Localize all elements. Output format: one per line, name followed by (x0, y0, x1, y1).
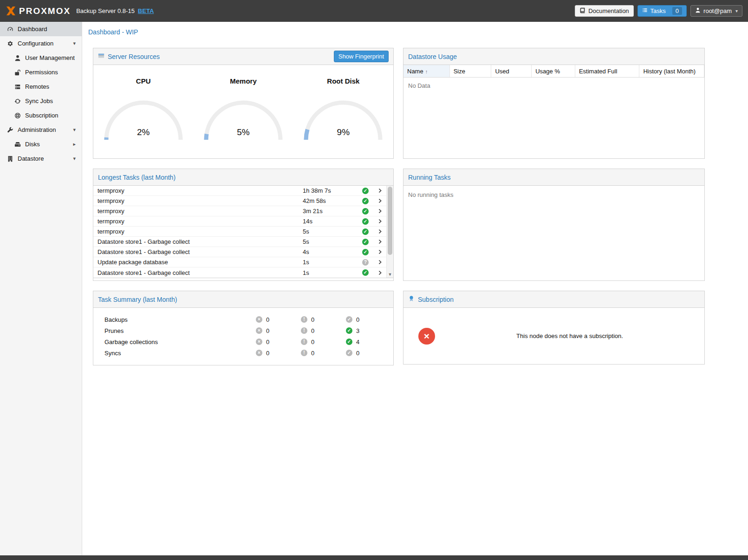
subscription-title: Subscription (418, 296, 454, 303)
datastore-icon (6, 156, 14, 162)
check-circle-icon: ✓ (346, 327, 352, 334)
tasks-count-badge: 0 (672, 7, 682, 15)
datastore-usage-empty-text: No Data (403, 78, 704, 94)
task-name: termproxy (98, 218, 303, 225)
summary-row-garbage-collections[interactable]: Garbage collections×0!0✓4 (104, 336, 393, 347)
longest-tasks-title: Longest Tasks (last Month) (98, 174, 176, 181)
bars-icon (98, 52, 104, 60)
summary-label: Syncs (104, 350, 256, 357)
task-row[interactable]: termproxy14s✓ (93, 216, 386, 227)
sidebar-item-datastore[interactable]: Datastore▾ (0, 151, 82, 166)
task-name: Datastore store1 - Garbage collect (98, 248, 303, 255)
column-header-estimated-full[interactable]: Estimated Full (575, 65, 640, 77)
column-header-usage[interactable]: Usage % (532, 65, 575, 77)
column-header-history-last-month[interactable]: History (last Month) (639, 65, 704, 77)
chevron-right-icon[interactable] (377, 208, 383, 214)
summary-label: Garbage collections (104, 339, 256, 345)
sidebar-item-label: Sync Jobs (25, 98, 53, 104)
sidebar-item-permissions[interactable]: Permissions (0, 65, 82, 79)
server-resources-header: Server Resources Show Fingerprint (93, 48, 393, 65)
task-row[interactable]: termproxy42m 58s✓ (93, 196, 386, 206)
sidebar-item-user-management[interactable]: User Management (0, 51, 82, 65)
chevron-right-icon[interactable] (377, 260, 383, 265)
task-row[interactable]: termproxy3m 21s✓ (93, 206, 386, 216)
error-count: ×0 (256, 350, 301, 357)
task-row[interactable]: termproxy1h 38m 7s✓ (93, 186, 386, 196)
sidebar-item-label: Disks (25, 141, 40, 148)
warning-count: !0 (301, 339, 346, 345)
scrollbar[interactable]: ▼ (386, 186, 393, 278)
gauge-value: 9% (293, 127, 393, 137)
beta-link[interactable]: BETA (138, 7, 154, 14)
sidebar-item-remotes[interactable]: Remotes (0, 79, 82, 94)
task-duration: 4s (303, 248, 358, 255)
caret-right-icon[interactable]: ▸ (73, 141, 76, 147)
column-header-size[interactable]: Size (450, 65, 492, 77)
gauge-label: Root Disk (293, 77, 393, 85)
task-summary-panel: Task Summary (last Month) Backups×0!0✓0P… (93, 291, 394, 365)
sidebar-item-configuration[interactable]: Configuration▾ (0, 36, 82, 51)
sidebar-item-administration[interactable]: Administration▾ (0, 123, 82, 137)
task-summary-body: Backups×0!0✓0Prunes×0!0✓3Garbage collect… (93, 308, 393, 358)
times-circle-icon: × (256, 350, 262, 356)
caret-down-icon[interactable]: ▾ (73, 156, 76, 162)
user-menu-button[interactable]: root@pam ▾ (690, 5, 742, 17)
sidebar-item-subscription[interactable]: Subscription (0, 108, 82, 123)
scrollbar-down-icon[interactable]: ▼ (387, 271, 393, 278)
summary-label: Prunes (104, 327, 256, 334)
chevron-right-icon[interactable] (377, 219, 383, 224)
caret-down-icon[interactable]: ▾ (73, 127, 76, 133)
caret-down-icon[interactable]: ▾ (73, 40, 76, 46)
chevron-right-icon[interactable] (377, 270, 383, 275)
check-circle-icon: ✓ (362, 249, 369, 255)
summary-row-syncs[interactable]: Syncs×0!0✓0 (104, 347, 393, 358)
sidebar-item-label: Subscription (25, 112, 59, 119)
tasks-button[interactable]: Tasks 0 (637, 5, 687, 17)
sidebar-item-disks[interactable]: Disks▸ (0, 137, 82, 151)
check-circle-icon: ✓ (362, 188, 369, 194)
sidebar-item-label: Remotes (25, 83, 49, 90)
sidebar: DashboardConfiguration▾User ManagementPe… (0, 22, 82, 555)
task-summary-header: Task Summary (last Month) (93, 291, 393, 308)
running-tasks-header: Running Tasks (403, 169, 704, 186)
brand-text: PROXMOX (19, 6, 71, 16)
sidebar-item-label: Administration (18, 126, 56, 133)
server-resources-panel: Server Resources Show Fingerprint CPU2%M… (93, 48, 394, 159)
summary-row-prunes[interactable]: Prunes×0!0✓3 (104, 325, 393, 336)
sidebar-item-dashboard[interactable]: Dashboard (0, 22, 82, 36)
remotes-icon (13, 84, 21, 90)
show-fingerprint-button[interactable]: Show Fingerprint (334, 51, 389, 62)
ok-count: ✓4 (346, 339, 391, 345)
task-name: termproxy (98, 228, 303, 235)
task-list-icon (642, 7, 648, 14)
scrollbar-thumb[interactable] (388, 187, 392, 255)
longest-tasks-rows: termproxy1h 38m 7s✓termproxy42m 58s✓term… (93, 186, 386, 278)
datastore-usage-header: Datastore Usage (403, 48, 704, 65)
column-header-name[interactable]: Name↑ (403, 65, 450, 77)
page-title: Dashboard - WIP (83, 22, 748, 36)
sidebar-item-sync-jobs[interactable]: Sync Jobs (0, 94, 82, 108)
chevron-right-icon[interactable] (377, 239, 383, 244)
chevron-right-icon[interactable] (377, 198, 383, 203)
task-row[interactable]: Update package database1s? (93, 257, 386, 267)
column-header-used[interactable]: Used (491, 65, 532, 77)
chevron-right-icon[interactable] (377, 249, 383, 254)
check-circle-icon: ✓ (346, 350, 352, 356)
subscription-panel: Subscription × This node does not have a… (403, 291, 705, 365)
task-duration: 5s (303, 228, 358, 235)
summary-row-backups[interactable]: Backups×0!0✓0 (104, 314, 393, 325)
unlock-icon (13, 69, 21, 76)
task-summary-title: Task Summary (last Month) (98, 296, 177, 303)
task-duration: 3m 21s (303, 208, 358, 215)
times-circle-icon: × (256, 316, 262, 323)
chevron-right-icon[interactable] (377, 188, 383, 193)
subscription-header: Subscription (403, 291, 704, 308)
documentation-button[interactable]: Documentation (575, 5, 633, 17)
task-row[interactable]: Datastore store1 - Garbage collect4s✓ (93, 247, 386, 257)
ok-count: ✓3 (346, 327, 391, 334)
task-row[interactable]: termproxy5s✓ (93, 227, 386, 237)
check-circle-icon: ✓ (362, 228, 369, 235)
chevron-right-icon[interactable] (377, 229, 383, 234)
task-row[interactable]: Datastore store1 - Garbage collect5s✓ (93, 237, 386, 247)
task-row[interactable]: Datastore store1 - Garbage collect1s✓ (93, 267, 386, 278)
